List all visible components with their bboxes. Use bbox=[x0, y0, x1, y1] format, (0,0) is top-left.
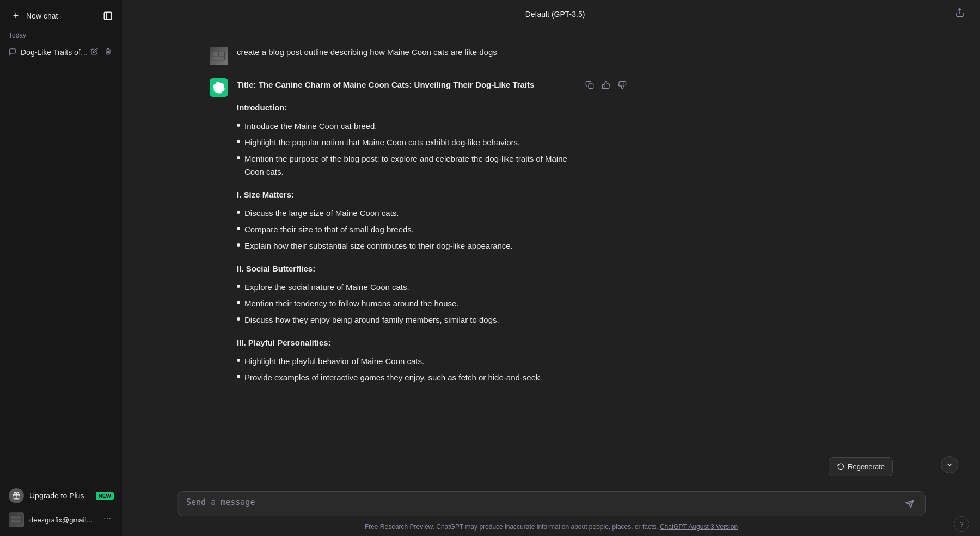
help-icon: ? bbox=[959, 520, 963, 528]
scroll-to-bottom-button[interactable] bbox=[941, 456, 958, 473]
section-heading-size: I. Size Matters: bbox=[237, 188, 572, 201]
bullet-dot bbox=[237, 140, 240, 143]
header: Default (GPT-3.5) bbox=[122, 0, 980, 28]
svg-rect-4 bbox=[16, 516, 21, 520]
bullet-dot bbox=[237, 317, 240, 321]
sidebar-bottom: Upgrade to Plus NEW deezgrafix@gmail.com bbox=[4, 479, 118, 532]
delete-chat-button[interactable] bbox=[102, 47, 114, 58]
svg-rect-11 bbox=[213, 52, 218, 56]
new-chat-label: New chat bbox=[26, 11, 58, 20]
svg-rect-14 bbox=[589, 84, 593, 89]
bullet-item: Explain how their substantial size contr… bbox=[237, 239, 572, 252]
user-message-avatar bbox=[210, 47, 228, 65]
bullet-item: Compare their size to that of small dog … bbox=[237, 223, 572, 236]
bullet-item: Discuss how they enjoy being around fami… bbox=[237, 313, 572, 326]
bullet-dot bbox=[237, 124, 240, 127]
svg-point-6 bbox=[104, 518, 105, 519]
help-button[interactable]: ? bbox=[954, 516, 969, 532]
chat-item-actions bbox=[89, 47, 114, 58]
bullet-item: Mention the purpose of the blog post: to… bbox=[237, 152, 572, 178]
bullet-dot bbox=[237, 227, 240, 230]
regenerate-button[interactable]: Regenerate bbox=[829, 457, 893, 476]
edit-chat-button[interactable] bbox=[89, 47, 100, 58]
bullet-dot bbox=[237, 375, 240, 378]
message-input-area bbox=[177, 491, 926, 516]
upgrade-icon bbox=[9, 488, 24, 503]
sidebar: + New chat Today Dog-Like Traits of Main bbox=[0, 0, 122, 536]
bullet-item: Mention their tendency to follow humans … bbox=[237, 297, 572, 310]
chat-item-label: Dog-Like Traits of Main bbox=[21, 48, 89, 57]
svg-rect-13 bbox=[213, 57, 224, 60]
intro-bullets: Introduce the Maine Coon cat breed. High… bbox=[237, 120, 572, 178]
svg-rect-0 bbox=[104, 12, 112, 20]
user-message-content: create a blog post outline describing ho… bbox=[237, 46, 629, 59]
size-bullets: Discuss the large size of Maine Coon cat… bbox=[237, 207, 572, 252]
bullet-dot bbox=[237, 156, 240, 159]
upgrade-label: Upgrade to Plus bbox=[29, 491, 84, 500]
today-label: Today bbox=[4, 29, 118, 41]
blog-title: Title: The Canine Charm of Maine Coon Ca… bbox=[237, 78, 572, 91]
svg-rect-12 bbox=[219, 52, 224, 56]
plus-icon: + bbox=[11, 11, 21, 21]
svg-rect-3 bbox=[11, 516, 16, 520]
new-badge: NEW bbox=[96, 492, 114, 500]
upgrade-to-plus-button[interactable]: Upgrade to Plus NEW bbox=[4, 484, 118, 508]
assistant-text: Title: The Canine Charm of Maine Coon Ca… bbox=[237, 78, 572, 387]
bullet-item: Provide examples of interactive games th… bbox=[237, 371, 572, 384]
user-message-row: create a blog post outline describing ho… bbox=[122, 39, 980, 72]
avatar-image bbox=[9, 512, 24, 527]
svg-point-8 bbox=[109, 518, 111, 519]
new-chat-button[interactable]: + New chat bbox=[7, 8, 100, 24]
regenerate-icon bbox=[837, 462, 844, 471]
bullet-item: Explore the social nature of Maine Coon … bbox=[237, 281, 572, 294]
user-email: deezgrafix@gmail.com bbox=[29, 516, 95, 524]
regenerate-label: Regenerate bbox=[848, 463, 885, 471]
thumbs-up-button[interactable] bbox=[599, 78, 612, 94]
bullet-dot bbox=[237, 301, 240, 304]
bullet-dot bbox=[237, 359, 240, 362]
model-name: Default (GPT-3.5) bbox=[157, 10, 953, 19]
main-content: Default (GPT-3.5) create a blog post bbox=[122, 0, 980, 536]
section-heading-playful: III. Playful Personalities: bbox=[237, 336, 572, 349]
svg-point-7 bbox=[107, 518, 108, 519]
toggle-sidebar-button[interactable] bbox=[100, 8, 116, 24]
message-input[interactable] bbox=[186, 497, 903, 510]
avatar bbox=[9, 512, 24, 527]
bullet-dot bbox=[237, 243, 240, 247]
message-actions bbox=[583, 78, 629, 94]
user-more-button[interactable] bbox=[101, 513, 114, 526]
bullet-dot bbox=[237, 211, 240, 214]
assistant-message-row: Title: The Canine Charm of Maine Coon Ca… bbox=[122, 72, 980, 394]
playful-bullets: Highlight the playful behavior of Maine … bbox=[237, 355, 572, 384]
copy-button[interactable] bbox=[583, 78, 596, 94]
bullet-dot bbox=[237, 285, 240, 288]
thumbs-down-button[interactable] bbox=[616, 78, 629, 94]
assistant-avatar bbox=[210, 78, 228, 97]
section-heading-intro: Introduction: bbox=[237, 101, 572, 114]
footer-disclaimer: Free Research Preview. ChatGPT may produ… bbox=[122, 523, 980, 531]
user-row[interactable]: deezgrafix@gmail.com bbox=[4, 508, 118, 532]
bullet-item: Highlight the playful behavior of Maine … bbox=[237, 355, 572, 368]
message-with-actions: Title: The Canine Charm of Maine Coon Ca… bbox=[237, 78, 629, 387]
bullet-item: Highlight the popular notion that Maine … bbox=[237, 136, 572, 149]
share-button[interactable] bbox=[953, 5, 967, 22]
assistant-message-content: Title: The Canine Charm of Maine Coon Ca… bbox=[237, 78, 629, 387]
footer-link[interactable]: ChatGPT August 3 Version bbox=[660, 523, 738, 531]
social-bullets: Explore the social nature of Maine Coon … bbox=[237, 281, 572, 326]
send-button[interactable] bbox=[903, 497, 916, 510]
section-heading-social: II. Social Butterflies: bbox=[237, 262, 572, 275]
bullet-item: Introduce the Maine Coon cat breed. bbox=[237, 120, 572, 133]
chat-icon bbox=[9, 48, 16, 57]
chat-history-item[interactable]: Dog-Like Traits of Main bbox=[4, 42, 118, 62]
bullet-item: Discuss the large size of Maine Coon cat… bbox=[237, 207, 572, 220]
sidebar-top: + New chat bbox=[4, 4, 118, 27]
svg-rect-5 bbox=[11, 520, 21, 523]
